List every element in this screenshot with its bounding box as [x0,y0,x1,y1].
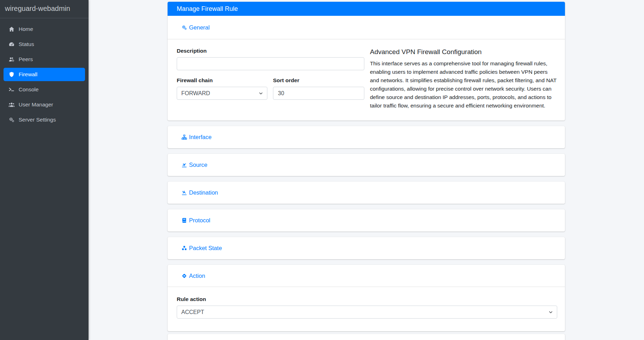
sidebar: wireguard-webadmin Home Status Peers Fir… [0,0,89,340]
sidebar-item-firewall[interactable]: Firewall [4,68,85,81]
rule-action-select[interactable]: ACCEPT [177,306,557,319]
terminal-icon [8,86,15,93]
info-heading: Advanced VPN Firewall Configuration [370,48,557,56]
sidebar-item-label: Server Settings [19,117,56,123]
source-section-link[interactable]: Source [181,162,207,168]
sidebar-nav: Home Status Peers Firewall Console User … [0,18,89,126]
next-section-card-peek [168,334,565,340]
section-header-packet-state: Packet State [168,237,565,259]
section-header-action: Action [168,265,565,287]
firewall-chain-select[interactable]: FORWARD [177,87,267,100]
general-section-link[interactable]: General [181,24,210,31]
plane-departure-icon [181,162,187,168]
interface-section-link[interactable]: Interface [181,134,212,140]
description-label: Description [177,48,364,54]
action-section-body: Rule action ACCEPT [168,287,565,331]
sitemap-icon [181,134,187,140]
info-paragraph: This interface serves as a comprehensive… [370,59,557,110]
manage-firewall-rule-card: Manage Firewall Rule General Description… [168,2,565,120]
section-header-general: General [168,16,565,39]
sidebar-item-server-settings[interactable]: Server Settings [4,113,85,126]
sidebar-item-label: Firewall [19,71,37,78]
section-header-destination: Destination [168,182,565,204]
sidebar-item-label: Console [19,86,39,93]
chevron-down-icon [259,92,263,95]
description-input[interactable] [177,57,364,70]
destination-section-card: Destination [168,182,565,204]
general-section-body: Description Firewall chain FORWARD Sort … [168,39,565,120]
gauge-icon [8,41,15,47]
card-header-title: Manage Firewall Rule [168,2,565,16]
action-section-card: Action Rule action ACCEPT [168,265,565,331]
sidebar-item-home[interactable]: Home [4,22,85,36]
sidebar-item-status[interactable]: Status [4,38,85,51]
sidebar-item-label: Home [19,26,33,32]
section-header-protocol: Protocol [168,209,565,231]
source-section-card: Source [168,154,565,176]
packet-state-section-card: Packet State [168,237,565,259]
sort-order-label: Sort order [273,77,364,84]
sidebar-item-user-manager[interactable]: User Manager [4,98,85,111]
sidebar-item-console[interactable]: Console [4,83,85,96]
interface-section-card: Interface [168,126,565,148]
cogs-icon [8,117,15,123]
sidebar-item-peers[interactable]: Peers [4,53,85,66]
rule-action-label: Rule action [177,296,557,302]
brand-title[interactable]: wireguard-webadmin [0,0,89,18]
section-header-source: Source [168,154,565,176]
firewall-chain-label: Firewall chain [177,77,267,84]
book-icon [181,217,187,223]
cubes-icon [181,245,187,251]
shield-icon [8,71,15,78]
destination-section-link[interactable]: Destination [181,189,218,196]
main-content: Manage Firewall Rule General Description… [89,0,644,340]
home-icon [8,26,15,32]
packet-state-section-link[interactable]: Packet State [181,245,222,251]
sidebar-item-label: Status [19,41,34,47]
plane-arrival-icon [181,190,187,196]
users-icon [8,102,15,108]
protocol-section-card: Protocol [168,209,565,231]
sort-order-input[interactable] [273,87,364,100]
protocol-section-link[interactable]: Protocol [181,217,210,224]
sidebar-item-label: User Manager [19,102,53,108]
sidebar-item-label: Peers [19,56,33,63]
directions-icon [181,273,187,279]
users-gear-icon [8,56,15,63]
cogs-icon [181,25,187,31]
info-panel: Advanced VPN Firewall Configuration This… [370,48,557,120]
section-header-interface: Interface [168,126,565,148]
chevron-down-icon [549,311,553,314]
action-section-link[interactable]: Action [181,273,205,279]
general-form: Description Firewall chain FORWARD Sort … [177,48,364,120]
